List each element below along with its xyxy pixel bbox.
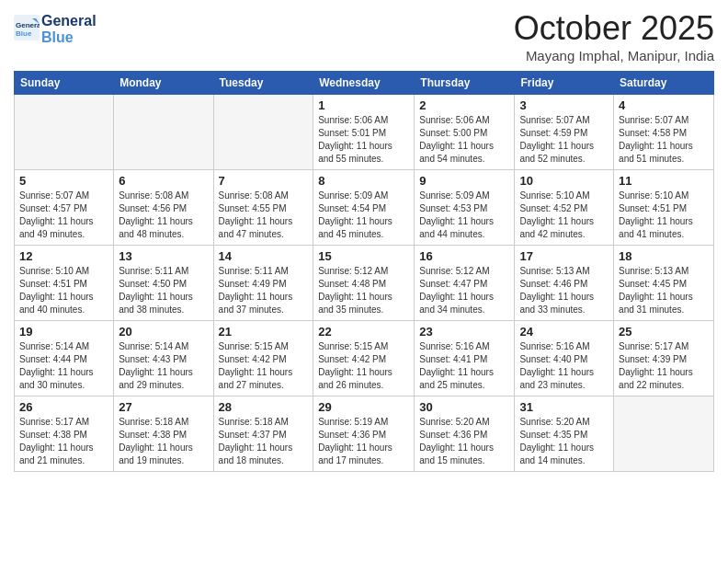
header-tuesday: Tuesday — [213, 72, 313, 95]
logo: General Blue General Blue — [14, 13, 97, 45]
day-info: Sunrise: 5:10 AM Sunset: 4:52 PM Dayligh… — [519, 190, 609, 241]
calendar-cell: 23Sunrise: 5:16 AM Sunset: 4:41 PM Dayli… — [415, 321, 515, 396]
calendar-cell: 28Sunrise: 5:18 AM Sunset: 4:37 PM Dayli… — [213, 396, 313, 472]
calendar-cell: 11Sunrise: 5:10 AM Sunset: 4:51 PM Dayli… — [614, 170, 714, 246]
header-thursday: Thursday — [415, 72, 515, 95]
calendar-cell: 5Sunrise: 5:07 AM Sunset: 4:57 PM Daylig… — [15, 170, 114, 246]
day-info: Sunrise: 5:09 AM Sunset: 4:54 PM Dayligh… — [318, 190, 409, 241]
day-number: 7 — [219, 174, 309, 188]
header-friday: Friday — [515, 72, 614, 95]
day-info: Sunrise: 5:15 AM Sunset: 4:42 PM Dayligh… — [219, 340, 309, 392]
day-number: 30 — [419, 400, 509, 414]
day-info: Sunrise: 5:10 AM Sunset: 4:51 PM Dayligh… — [619, 190, 709, 241]
header-wednesday: Wednesday — [313, 72, 415, 95]
day-number: 28 — [219, 400, 309, 414]
day-info: Sunrise: 5:08 AM Sunset: 4:56 PM Dayligh… — [119, 190, 208, 241]
day-number: 24 — [519, 325, 609, 339]
day-info: Sunrise: 5:13 AM Sunset: 4:46 PM Dayligh… — [519, 265, 609, 316]
day-info: Sunrise: 5:17 AM Sunset: 4:39 PM Dayligh… — [619, 340, 709, 392]
day-info: Sunrise: 5:17 AM Sunset: 4:38 PM Dayligh… — [19, 416, 108, 467]
day-number: 19 — [19, 325, 108, 339]
day-info: Sunrise: 5:14 AM Sunset: 4:43 PM Dayligh… — [119, 340, 208, 392]
day-info: Sunrise: 5:12 AM Sunset: 4:47 PM Dayligh… — [419, 265, 509, 316]
day-number: 29 — [318, 400, 409, 414]
day-number: 3 — [519, 98, 609, 112]
logo-text-blue: Blue — [41, 29, 97, 46]
calendar-cell: 1Sunrise: 5:06 AM Sunset: 5:01 PM Daylig… — [313, 95, 415, 170]
day-info: Sunrise: 5:07 AM Sunset: 4:59 PM Dayligh… — [519, 114, 609, 166]
day-info: Sunrise: 5:15 AM Sunset: 4:42 PM Dayligh… — [318, 340, 409, 392]
day-number: 21 — [219, 325, 309, 339]
day-number: 12 — [19, 249, 108, 263]
header-saturday: Saturday — [614, 72, 714, 95]
day-number: 22 — [318, 325, 409, 339]
svg-text:Blue: Blue — [16, 29, 32, 38]
calendar-cell: 26Sunrise: 5:17 AM Sunset: 4:38 PM Dayli… — [15, 396, 114, 472]
calendar-cell: 7Sunrise: 5:08 AM Sunset: 4:55 PM Daylig… — [213, 170, 313, 246]
day-number: 2 — [419, 98, 509, 112]
day-info: Sunrise: 5:20 AM Sunset: 4:36 PM Dayligh… — [419, 416, 509, 467]
day-number: 14 — [219, 249, 309, 263]
day-info: Sunrise: 5:07 AM Sunset: 4:57 PM Dayligh… — [19, 190, 108, 241]
day-number: 10 — [519, 174, 609, 188]
calendar-page: General Blue General Blue October 2025 M… — [0, 0, 728, 563]
calendar-cell: 21Sunrise: 5:15 AM Sunset: 4:42 PM Dayli… — [213, 321, 313, 396]
day-info: Sunrise: 5:10 AM Sunset: 4:51 PM Dayligh… — [19, 265, 108, 316]
day-number: 25 — [619, 325, 709, 339]
day-info: Sunrise: 5:16 AM Sunset: 4:41 PM Dayligh… — [419, 340, 509, 392]
svg-text:General: General — [16, 21, 40, 29]
day-info: Sunrise: 5:13 AM Sunset: 4:45 PM Dayligh… — [619, 265, 709, 316]
calendar-cell — [614, 396, 714, 472]
calendar-week-row: 1Sunrise: 5:06 AM Sunset: 5:01 PM Daylig… — [15, 95, 714, 170]
calendar-cell: 14Sunrise: 5:11 AM Sunset: 4:49 PM Dayli… — [213, 246, 313, 321]
day-info: Sunrise: 5:16 AM Sunset: 4:40 PM Dayligh… — [519, 340, 609, 392]
month-title: October 2025 — [514, 9, 714, 48]
calendar-cell: 16Sunrise: 5:12 AM Sunset: 4:47 PM Dayli… — [415, 246, 515, 321]
day-number: 23 — [419, 325, 509, 339]
calendar-table: Sunday Monday Tuesday Wednesday Thursday… — [14, 71, 714, 472]
day-number: 13 — [119, 249, 208, 263]
day-number: 1 — [318, 98, 409, 112]
day-info: Sunrise: 5:06 AM Sunset: 5:00 PM Dayligh… — [419, 114, 509, 166]
calendar-cell: 31Sunrise: 5:20 AM Sunset: 4:35 PM Dayli… — [515, 396, 614, 472]
calendar-cell: 29Sunrise: 5:19 AM Sunset: 4:36 PM Dayli… — [313, 396, 415, 472]
calendar-cell: 18Sunrise: 5:13 AM Sunset: 4:45 PM Dayli… — [614, 246, 714, 321]
header-monday: Monday — [114, 72, 213, 95]
day-number: 20 — [119, 325, 208, 339]
calendar-cell: 6Sunrise: 5:08 AM Sunset: 4:56 PM Daylig… — [114, 170, 213, 246]
calendar-cell — [213, 95, 313, 170]
day-number: 6 — [119, 174, 208, 188]
day-info: Sunrise: 5:18 AM Sunset: 4:38 PM Dayligh… — [119, 416, 208, 467]
day-number: 27 — [119, 400, 208, 414]
day-info: Sunrise: 5:09 AM Sunset: 4:53 PM Dayligh… — [419, 190, 509, 241]
location: Mayang Imphal, Manipur, India — [514, 48, 714, 63]
day-number: 31 — [519, 400, 609, 414]
calendar-cell: 4Sunrise: 5:07 AM Sunset: 4:58 PM Daylig… — [614, 95, 714, 170]
day-number: 15 — [318, 249, 409, 263]
day-info: Sunrise: 5:07 AM Sunset: 4:58 PM Dayligh… — [619, 114, 709, 166]
calendar-cell: 22Sunrise: 5:15 AM Sunset: 4:42 PM Dayli… — [313, 321, 415, 396]
calendar-cell: 8Sunrise: 5:09 AM Sunset: 4:54 PM Daylig… — [313, 170, 415, 246]
calendar-cell: 2Sunrise: 5:06 AM Sunset: 5:00 PM Daylig… — [415, 95, 515, 170]
day-info: Sunrise: 5:08 AM Sunset: 4:55 PM Dayligh… — [219, 190, 309, 241]
logo-icon: General Blue — [14, 15, 40, 40]
day-number: 4 — [619, 98, 709, 112]
day-info: Sunrise: 5:12 AM Sunset: 4:48 PM Dayligh… — [318, 265, 409, 316]
day-info: Sunrise: 5:14 AM Sunset: 4:44 PM Dayligh… — [19, 340, 108, 392]
calendar-cell — [15, 95, 114, 170]
calendar-cell: 20Sunrise: 5:14 AM Sunset: 4:43 PM Dayli… — [114, 321, 213, 396]
calendar-week-row: 5Sunrise: 5:07 AM Sunset: 4:57 PM Daylig… — [15, 170, 714, 246]
day-number: 18 — [619, 249, 709, 263]
day-number: 8 — [318, 174, 409, 188]
day-info: Sunrise: 5:20 AM Sunset: 4:35 PM Dayligh… — [519, 416, 609, 467]
day-number: 9 — [419, 174, 509, 188]
calendar-week-row: 12Sunrise: 5:10 AM Sunset: 4:51 PM Dayli… — [15, 246, 714, 321]
title-block: October 2025 Mayang Imphal, Manipur, Ind… — [514, 9, 714, 63]
day-info: Sunrise: 5:11 AM Sunset: 4:49 PM Dayligh… — [219, 265, 309, 316]
day-info: Sunrise: 5:06 AM Sunset: 5:01 PM Dayligh… — [318, 114, 409, 166]
calendar-cell: 12Sunrise: 5:10 AM Sunset: 4:51 PM Dayli… — [15, 246, 114, 321]
day-number: 16 — [419, 249, 509, 263]
day-info: Sunrise: 5:19 AM Sunset: 4:36 PM Dayligh… — [318, 416, 409, 467]
calendar-cell — [114, 95, 213, 170]
header-sunday: Sunday — [15, 72, 114, 95]
